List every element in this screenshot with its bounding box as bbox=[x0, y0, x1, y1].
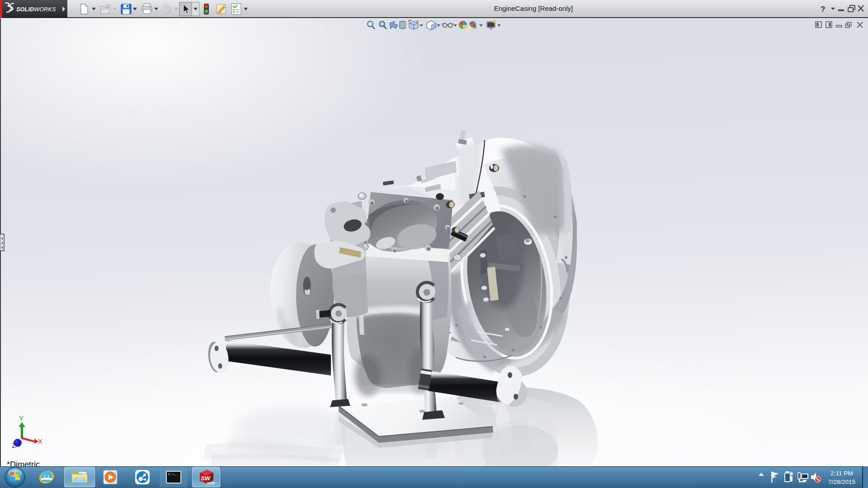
svg-text:?: ? bbox=[821, 5, 825, 14]
svg-text:2:11 PM: 2:11 PM bbox=[830, 470, 853, 477]
svg-text:SW: SW bbox=[201, 475, 211, 482]
svg-text:Z: Z bbox=[12, 441, 16, 449]
svg-text:SOLIDWORKS: SOLIDWORKS bbox=[16, 6, 56, 13]
svg-text:2015: 2015 bbox=[207, 481, 215, 485]
svg-text:Y: Y bbox=[19, 414, 24, 422]
svg-text:7/28/2015: 7/28/2015 bbox=[828, 479, 855, 485]
svg-text:C:\_: C:\_ bbox=[168, 472, 177, 476]
svg-text:*Dimetric: *Dimetric bbox=[7, 460, 40, 466]
svg-text:X: X bbox=[38, 437, 42, 445]
